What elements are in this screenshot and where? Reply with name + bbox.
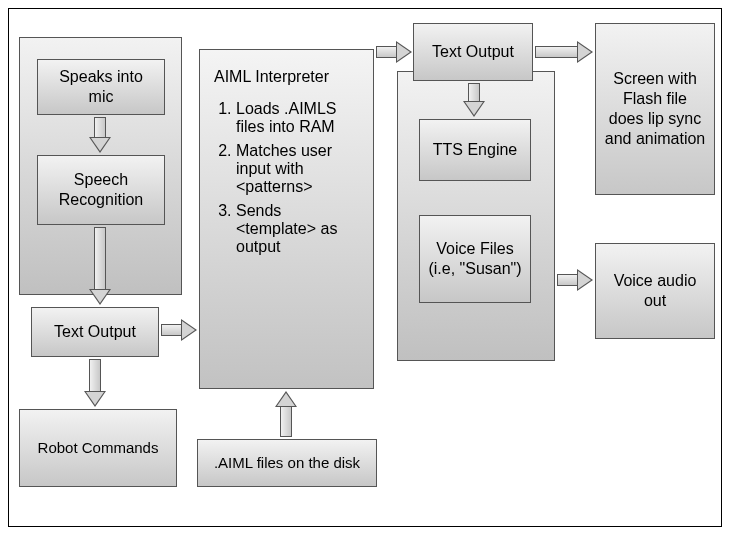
screen-flash-box: Screen with Flash file does lip sync and… (595, 23, 715, 195)
voice-audio-out-box: Voice audio out (595, 243, 715, 339)
arrow-textright-to-screen (535, 41, 593, 63)
arrow-aiml-to-text-right (376, 41, 412, 63)
tts-engine-label: TTS Engine (433, 140, 517, 160)
aiml-interpreter-steps: Loads .AIMLS files into RAM Matches user… (214, 100, 359, 256)
tts-engine-box: TTS Engine (419, 119, 531, 181)
speaks-into-mic-label: Speaks into mic (46, 67, 156, 107)
text-output-left-label: Text Output (54, 322, 136, 342)
arrow-speech-to-text (89, 227, 111, 305)
aiml-step-2: Matches user input with <patterns> (236, 142, 359, 196)
robot-commands-label: Robot Commands (38, 439, 159, 458)
text-output-right-box: Text Output (413, 23, 533, 81)
speech-recognition-box: Speech Recognition (37, 155, 165, 225)
speech-recognition-label: Speech Recognition (46, 170, 156, 210)
diagram-frame: Speaks into mic Speech Recognition Text … (8, 8, 722, 527)
aiml-step-3: Sends <template> as output (236, 202, 359, 256)
voice-audio-out-label: Voice audio out (604, 271, 706, 311)
arrow-text-to-aiml (161, 319, 197, 341)
aiml-interpreter-title: AIML Interpreter (214, 68, 359, 86)
arrow-text-right-to-tts (463, 83, 485, 117)
aiml-interpreter-box: AIML Interpreter Loads .AIMLS files into… (199, 49, 374, 389)
arrow-mic-to-speech (89, 117, 111, 153)
arrow-text-to-robot (84, 359, 106, 407)
aiml-files-disk-label: .AIML files on the disk (214, 454, 360, 473)
speaks-into-mic-box: Speaks into mic (37, 59, 165, 115)
screen-flash-label: Screen with Flash file does lip sync and… (604, 69, 706, 149)
arrow-voice-to-audio-out (557, 269, 593, 291)
aiml-step-1: Loads .AIMLS files into RAM (236, 100, 359, 136)
robot-commands-box: Robot Commands (19, 409, 177, 487)
arrow-disk-to-aiml (275, 391, 297, 437)
voice-files-label: Voice Files (i.e, "Susan") (428, 239, 522, 279)
text-output-left-box: Text Output (31, 307, 159, 357)
aiml-files-disk-box: .AIML files on the disk (197, 439, 377, 487)
voice-files-box: Voice Files (i.e, "Susan") (419, 215, 531, 303)
text-output-right-label: Text Output (432, 42, 514, 62)
